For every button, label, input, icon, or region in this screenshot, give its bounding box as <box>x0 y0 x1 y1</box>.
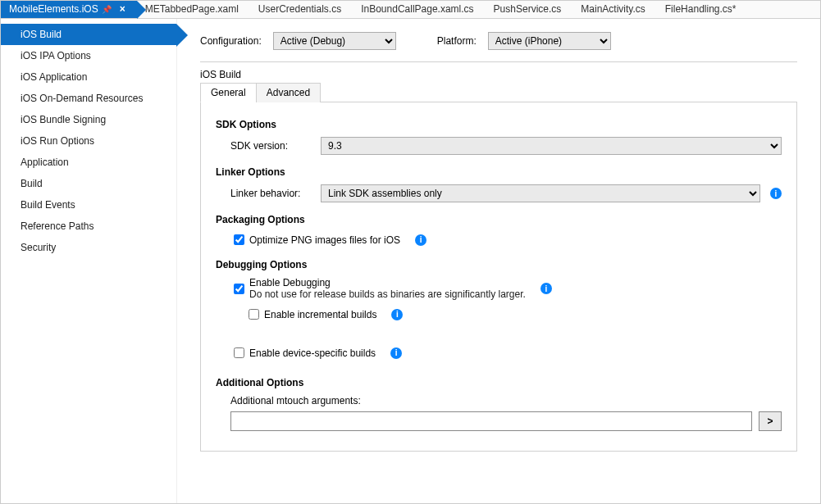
tab-general[interactable]: General <box>200 83 257 102</box>
packaging-options-title: Packaging Options <box>216 214 782 225</box>
body: iOS BuildiOS IPA OptionsiOS Applicationi… <box>1 19 820 503</box>
sidebar-item[interactable]: iOS Run Options <box>1 130 176 152</box>
mtouch-row: > <box>230 411 782 431</box>
app-root: MobileElements.iOS📌×METabbedPage.xamlUse… <box>0 0 821 504</box>
mtouch-label: Additional mtouch arguments: <box>230 395 782 406</box>
mtouch-more-button[interactable]: > <box>759 411 782 431</box>
document-tab-label: FileHandling.cs* <box>665 3 737 15</box>
sidebar-item[interactable]: Security <box>1 237 176 258</box>
linker-options-title: Linker Options <box>216 166 782 178</box>
document-tab[interactable]: FileHandling.cs* <box>657 1 748 18</box>
linker-behavior-select[interactable]: Link SDK assemblies only <box>321 184 760 202</box>
document-tab[interactable]: PushService.cs <box>486 1 573 18</box>
mtouch-input[interactable] <box>230 411 752 431</box>
sidebar-item[interactable]: Application <box>1 152 176 173</box>
sidebar-item[interactable]: Build <box>1 173 176 194</box>
sidebar-item[interactable]: iOS On-Demand Resources <box>1 88 176 109</box>
linker-behavior-label: Linker behavior: <box>230 188 321 199</box>
linker-behavior-row: Linker behavior: Link SDK assemblies onl… <box>230 184 782 202</box>
sdk-version-row: SDK version: 9.3 <box>230 137 782 155</box>
document-tab[interactable]: UserCredentials.cs <box>250 1 353 18</box>
inner-tabs: General Advanced <box>200 82 797 102</box>
platform-label: Platform: <box>437 35 477 47</box>
config-row: Configuration: Active (Debug) Platform: … <box>200 32 797 50</box>
document-tab[interactable]: METabbedPage.xaml <box>137 1 250 18</box>
document-tab-label: MainActivity.cs <box>581 3 645 15</box>
device-specific-row: Enable device-specific builds i <box>230 345 782 361</box>
incremental-builds-row: Enable incremental builds i <box>245 306 782 322</box>
enable-debugging-checkbox[interactable] <box>234 284 244 294</box>
tab-advanced[interactable]: Advanced <box>256 83 321 102</box>
document-tab-label: InBoundCallPage.xaml.cs <box>361 3 473 15</box>
optimize-png-row: Optimize PNG images files for iOS i <box>230 232 782 247</box>
optimize-png-label: Optimize PNG images files for iOS <box>249 234 400 246</box>
info-icon[interactable]: i <box>540 283 552 294</box>
close-icon[interactable]: × <box>120 3 125 15</box>
sdk-version-label: SDK version: <box>230 140 321 152</box>
main-panel: Configuration: Active (Debug) Platform: … <box>177 19 820 503</box>
info-icon[interactable]: i <box>415 234 426 246</box>
enable-debugging-note: Do not use for release builds as binarie… <box>249 288 526 300</box>
configuration-select[interactable]: Active (Debug) <box>273 32 396 50</box>
enable-debugging-label: Enable Debugging <box>249 277 526 288</box>
incremental-builds-label: Enable incremental builds <box>264 309 376 320</box>
sidebar-item[interactable]: iOS Bundle Signing <box>1 109 176 130</box>
page-title: iOS Build <box>200 69 797 80</box>
device-specific-checkbox[interactable] <box>234 347 244 358</box>
sdk-options-title: SDK Options <box>216 119 782 130</box>
debugging-options-title: Debugging Options <box>216 259 782 270</box>
info-icon[interactable]: i <box>391 309 403 320</box>
sidebar-item[interactable]: iOS Application <box>1 66 176 88</box>
document-tab-bar: MobileElements.iOS📌×METabbedPage.xamlUse… <box>1 1 820 19</box>
document-tab-label: UserCredentials.cs <box>258 3 341 15</box>
document-tab-label: METabbedPage.xaml <box>145 3 239 15</box>
sidebar-item[interactable]: iOS IPA Options <box>1 45 176 66</box>
info-icon[interactable]: i <box>770 188 782 199</box>
incremental-builds-checkbox[interactable] <box>249 309 259 320</box>
optimize-png-checkbox[interactable] <box>234 234 244 245</box>
document-tab[interactable]: MainActivity.cs <box>572 1 656 18</box>
sidebar-item[interactable]: Build Events <box>1 194 176 216</box>
sidebar-item[interactable]: Reference Paths <box>1 216 176 237</box>
document-tab[interactable]: MobileElements.iOS📌× <box>1 1 137 18</box>
configuration-label: Configuration: <box>200 35 262 47</box>
document-tab[interactable]: InBoundCallPage.xaml.cs <box>353 1 485 18</box>
tab-panel-general: SDK Options SDK version: 9.3 Linker Opti… <box>200 102 797 452</box>
device-specific-label: Enable device-specific builds <box>249 347 376 359</box>
sidebar-item[interactable]: iOS Build <box>1 24 176 45</box>
divider <box>200 61 797 62</box>
info-icon[interactable]: i <box>390 347 402 359</box>
document-tab-label: PushService.cs <box>494 3 562 15</box>
enable-debugging-row: Enable Debugging Do not use for release … <box>230 277 782 300</box>
pin-icon[interactable]: 📌 <box>102 5 112 14</box>
document-tab-label: MobileElements.iOS <box>9 3 98 15</box>
sdk-version-select[interactable]: 9.3 <box>321 137 782 155</box>
platform-select[interactable]: Active (iPhone) <box>488 32 611 50</box>
properties-sidebar: iOS BuildiOS IPA OptionsiOS Applicationi… <box>1 19 177 503</box>
additional-options-title: Additional Options <box>216 377 782 388</box>
